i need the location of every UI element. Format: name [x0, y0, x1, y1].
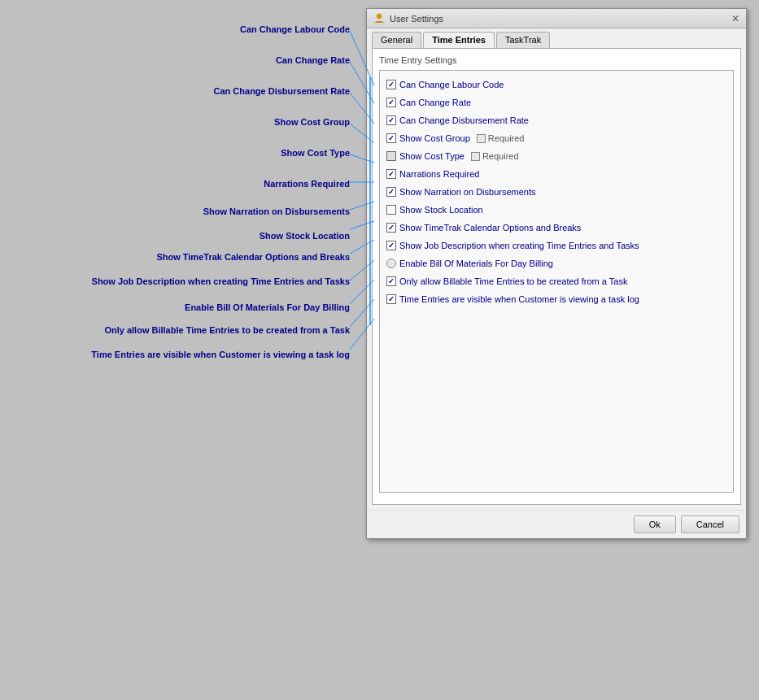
setting-row-show-timetrak-calendar: Show TimeTrak Calendar Options and Break…	[386, 220, 726, 235]
setting-row-can-change-disbursement-rate: Can Change Disbursement Rate	[386, 113, 726, 128]
label-show-timetrak-calendar: Show TimeTrak Calendar Options and Break…	[399, 223, 581, 233]
checkbox-can-change-rate[interactable]	[386, 98, 396, 107]
setting-row-show-narration-disbursements: Show Narration on Disbursements	[386, 185, 726, 199]
dialog-title-text: User Settings	[390, 14, 443, 24]
checkbox-narrations-required[interactable]	[386, 169, 396, 179]
left-label-can-change-labour-code: Can Change Labour Code	[240, 24, 350, 34]
checkbox-show-cost-type[interactable]	[386, 151, 396, 161]
left-label-can-change-rate: Can Change Rate	[276, 55, 350, 65]
checkbox-enable-bill-of-materials[interactable]	[386, 259, 396, 268]
label-show-cost-type: Show Cost Type	[399, 151, 465, 161]
setting-row-show-stock-location: Show Stock Location	[386, 202, 726, 217]
dialog-footer: Ok Cancel	[367, 510, 746, 538]
label-narrations-required: Narrations Required	[399, 169, 479, 179]
tab-general[interactable]: General	[372, 32, 421, 48]
label-enable-bill-of-materials: Enable Bill Of Materials For Day Billing	[399, 259, 553, 268]
checkbox-time-entries-visible[interactable]	[386, 294, 396, 304]
setting-row-can-change-labour-code: Can Change Labour Code	[386, 77, 726, 92]
left-label-show-job-description: Show Job Description when creating Time …	[92, 276, 350, 286]
dialog-titlebar: User Settings ✕	[367, 9, 746, 28]
user-settings-icon	[373, 13, 385, 24]
left-label-show-cost-type: Show Cost Type	[281, 148, 350, 158]
close-button[interactable]: ✕	[731, 14, 739, 24]
left-label-narrations-required: Narrations Required	[264, 179, 350, 189]
label-time-entries-visible: Time Entries are visible when Customer i…	[399, 294, 639, 304]
checkbox-show-cost-group[interactable]	[386, 133, 396, 143]
setting-row-only-allow-billable: Only allow Billable Time Entries to be c…	[386, 274, 726, 289]
checkbox-required-cost-type[interactable]	[471, 152, 480, 161]
checkbox-only-allow-billable[interactable]	[386, 276, 396, 286]
required-inline-cost-group: Required	[477, 133, 525, 143]
required-label-cost-type: Required	[482, 151, 519, 161]
label-show-cost-group: Show Cost Group	[399, 133, 470, 143]
cancel-button[interactable]: Cancel	[681, 515, 739, 533]
left-label-enable-bill-of-materials: Enable Bill Of Materials For Day Billing	[185, 302, 350, 312]
settings-group: Can Change Labour Code Can Change Rate C…	[379, 70, 734, 493]
left-label-can-change-disbursement-rate: Can Change Disbursement Rate	[214, 86, 350, 96]
checkbox-show-stock-location[interactable]	[386, 205, 396, 215]
left-label-show-narration-disbursements: Show Narration on Disbursements	[203, 207, 350, 216]
content-area: Time Entry Settings Can Change Labour Co…	[372, 48, 741, 505]
label-only-allow-billable: Only allow Billable Time Entries to be c…	[399, 276, 627, 286]
tab-tasktrak[interactable]: TaskTrak	[496, 32, 550, 48]
label-can-change-rate: Can Change Rate	[399, 98, 471, 107]
tab-time-entries[interactable]: Time Entries	[423, 32, 495, 48]
checkbox-can-change-disbursement-rate[interactable]	[386, 115, 396, 125]
tabs-row: General Time Entries TaskTrak	[367, 28, 746, 48]
checkbox-show-narration-disbursements[interactable]	[386, 187, 396, 197]
user-settings-dialog: User Settings ✕ General Time Entries Tas…	[366, 8, 747, 539]
label-show-job-description: Show Job Description when creating Time …	[399, 241, 639, 250]
left-label-only-allow-billable: Only allow Billable Time Entries to be c…	[104, 325, 350, 335]
svg-point-0	[377, 14, 382, 19]
left-label-time-entries-visible: Time Entries are visible when Customer i…	[91, 350, 350, 359]
setting-row-show-cost-type: Show Cost Type Required	[386, 149, 726, 163]
setting-row-enable-bill-of-materials: Enable Bill Of Materials For Day Billing	[386, 256, 726, 271]
setting-row-time-entries-visible: Time Entries are visible when Customer i…	[386, 292, 726, 307]
ok-button[interactable]: Ok	[634, 515, 676, 533]
checkbox-required-cost-group[interactable]	[477, 134, 486, 143]
setting-row-narrations-required: Narrations Required	[386, 167, 726, 181]
left-label-show-cost-group: Show Cost Group	[274, 117, 350, 127]
checkbox-show-timetrak-calendar[interactable]	[386, 223, 396, 233]
setting-row-show-cost-group: Show Cost Group Required	[386, 131, 726, 146]
setting-row-can-change-rate: Can Change Rate	[386, 95, 726, 110]
checkbox-show-job-description[interactable]	[386, 241, 396, 250]
label-can-change-disbursement-rate: Can Change Disbursement Rate	[399, 115, 529, 125]
left-label-show-timetrak-calendar: Show TimeTrak Calendar Options and Break…	[156, 252, 350, 262]
setting-row-show-job-description: Show Job Description when creating Time …	[386, 238, 726, 253]
label-show-stock-location: Show Stock Location	[399, 205, 483, 215]
checkbox-can-change-labour-code[interactable]	[386, 80, 396, 89]
label-show-narration-disbursements: Show Narration on Disbursements	[399, 187, 536, 197]
label-can-change-labour-code: Can Change Labour Code	[399, 80, 504, 89]
required-inline-cost-type: Required	[471, 151, 519, 161]
dialog-title-area: User Settings	[373, 13, 443, 24]
required-label-cost-group: Required	[488, 133, 525, 143]
left-label-show-stock-location: Show Stock Location	[260, 231, 350, 241]
section-label: Time Entry Settings	[379, 55, 734, 65]
